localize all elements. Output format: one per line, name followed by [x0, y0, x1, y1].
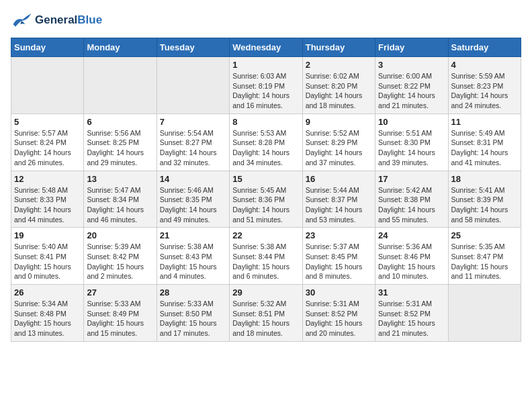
weekday-header-wednesday: Wednesday — [230, 38, 302, 57]
calendar-day-cell: 31Sunrise: 5:31 AM Sunset: 8:52 PM Dayli… — [375, 285, 448, 342]
calendar-day-cell — [448, 285, 521, 342]
day-info: Sunrise: 5:49 AM Sunset: 8:31 PM Dayligh… — [451, 128, 518, 168]
weekday-header-thursday: Thursday — [302, 38, 375, 57]
day-info: Sunrise: 5:37 AM Sunset: 8:45 PM Dayligh… — [306, 242, 372, 281]
day-info: Sunrise: 5:51 AM Sunset: 8:30 PM Dayligh… — [378, 128, 445, 168]
day-number: 29 — [232, 287, 299, 298]
day-info: Sunrise: 5:57 AM Sunset: 8:24 PM Dayligh… — [14, 128, 81, 168]
calendar-day-cell: 22Sunrise: 5:38 AM Sunset: 8:44 PM Dayli… — [230, 228, 302, 285]
day-info: Sunrise: 5:31 AM Sunset: 8:52 PM Dayligh… — [378, 299, 445, 338]
day-info: Sunrise: 5:54 AM Sunset: 8:27 PM Dayligh… — [160, 128, 226, 168]
calendar-day-cell: 1Sunrise: 6:03 AM Sunset: 8:19 PM Daylig… — [230, 57, 302, 114]
day-number: 8 — [232, 117, 299, 127]
day-number: 23 — [306, 230, 372, 240]
day-info: Sunrise: 5:40 AM Sunset: 8:41 PM Dayligh… — [14, 242, 81, 281]
calendar-day-cell: 23Sunrise: 5:37 AM Sunset: 8:45 PM Dayli… — [302, 228, 375, 285]
day-info: Sunrise: 5:38 AM Sunset: 8:43 PM Dayligh… — [160, 242, 226, 281]
day-info: Sunrise: 5:34 AM Sunset: 8:48 PM Dayligh… — [14, 299, 81, 338]
calendar-day-cell: 20Sunrise: 5:39 AM Sunset: 8:42 PM Dayli… — [84, 228, 157, 285]
day-info: Sunrise: 5:45 AM Sunset: 8:36 PM Dayligh… — [232, 185, 299, 225]
day-number: 1 — [232, 60, 299, 70]
calendar-day-cell: 4Sunrise: 5:59 AM Sunset: 8:23 PM Daylig… — [448, 57, 521, 114]
day-info: Sunrise: 5:39 AM Sunset: 8:42 PM Dayligh… — [87, 242, 153, 281]
calendar-day-cell: 30Sunrise: 5:31 AM Sunset: 8:52 PM Dayli… — [302, 285, 375, 342]
calendar-day-cell: 6Sunrise: 5:56 AM Sunset: 8:25 PM Daylig… — [84, 113, 157, 171]
logo-text: GeneralBlue — [35, 13, 102, 27]
calendar-week-row: 12Sunrise: 5:48 AM Sunset: 8:33 PM Dayli… — [11, 171, 521, 228]
day-number: 7 — [160, 117, 226, 127]
day-info: Sunrise: 5:44 AM Sunset: 8:37 PM Dayligh… — [306, 185, 372, 225]
calendar-week-row: 1Sunrise: 6:03 AM Sunset: 8:19 PM Daylig… — [11, 57, 521, 114]
calendar-day-cell: 26Sunrise: 5:34 AM Sunset: 8:48 PM Dayli… — [11, 285, 84, 342]
day-number: 14 — [160, 174, 226, 184]
day-info: Sunrise: 5:36 AM Sunset: 8:46 PM Dayligh… — [378, 242, 445, 281]
day-number: 21 — [160, 230, 226, 240]
weekday-header-friday: Friday — [375, 38, 448, 57]
calendar-day-cell — [11, 57, 84, 114]
day-number: 5 — [14, 117, 81, 127]
calendar-day-cell: 10Sunrise: 5:51 AM Sunset: 8:30 PM Dayli… — [375, 113, 448, 171]
day-number: 25 — [451, 230, 518, 240]
calendar-week-row: 26Sunrise: 5:34 AM Sunset: 8:48 PM Dayli… — [11, 285, 521, 342]
day-info: Sunrise: 6:03 AM Sunset: 8:19 PM Dayligh… — [232, 71, 299, 111]
day-number: 16 — [306, 174, 372, 184]
day-info: Sunrise: 5:41 AM Sunset: 8:39 PM Dayligh… — [451, 185, 518, 225]
calendar-day-cell: 29Sunrise: 5:32 AM Sunset: 8:51 PM Dayli… — [230, 285, 302, 342]
day-number: 26 — [14, 287, 81, 298]
calendar-table: SundayMondayTuesdayWednesdayThursdayFrid… — [11, 38, 521, 342]
calendar-day-cell: 18Sunrise: 5:41 AM Sunset: 8:39 PM Dayli… — [448, 171, 521, 228]
calendar-day-cell: 13Sunrise: 5:47 AM Sunset: 8:34 PM Dayli… — [84, 171, 157, 228]
day-info: Sunrise: 5:38 AM Sunset: 8:44 PM Dayligh… — [232, 242, 299, 281]
calendar-day-cell: 25Sunrise: 5:35 AM Sunset: 8:47 PM Dayli… — [448, 228, 521, 285]
day-number: 15 — [232, 174, 299, 184]
calendar-day-cell: 24Sunrise: 5:36 AM Sunset: 8:46 PM Dayli… — [375, 228, 448, 285]
calendar-day-cell: 3Sunrise: 6:00 AM Sunset: 8:22 PM Daylig… — [375, 57, 448, 114]
day-number: 3 — [378, 60, 445, 70]
weekday-header-monday: Monday — [84, 38, 157, 57]
page-header: GeneralBlue — [11, 11, 521, 30]
day-info: Sunrise: 5:33 AM Sunset: 8:49 PM Dayligh… — [87, 299, 153, 338]
day-number: 12 — [14, 174, 81, 184]
calendar-day-cell: 17Sunrise: 5:42 AM Sunset: 8:38 PM Dayli… — [375, 171, 448, 228]
day-number: 27 — [87, 287, 153, 298]
calendar-day-cell — [84, 57, 157, 114]
calendar-day-cell: 8Sunrise: 5:53 AM Sunset: 8:28 PM Daylig… — [230, 113, 302, 171]
day-number: 24 — [378, 230, 445, 240]
calendar-day-cell: 11Sunrise: 5:49 AM Sunset: 8:31 PM Dayli… — [448, 113, 521, 171]
day-info: Sunrise: 5:46 AM Sunset: 8:35 PM Dayligh… — [160, 185, 226, 225]
calendar-week-row: 19Sunrise: 5:40 AM Sunset: 8:41 PM Dayli… — [11, 228, 521, 285]
day-number: 20 — [87, 230, 153, 240]
calendar-day-cell: 27Sunrise: 5:33 AM Sunset: 8:49 PM Dayli… — [84, 285, 157, 342]
weekday-header-row: SundayMondayTuesdayWednesdayThursdayFrid… — [11, 38, 521, 57]
calendar-day-cell: 2Sunrise: 6:02 AM Sunset: 8:20 PM Daylig… — [302, 57, 375, 114]
calendar-day-cell: 12Sunrise: 5:48 AM Sunset: 8:33 PM Dayli… — [11, 171, 84, 228]
day-number: 17 — [378, 174, 445, 184]
calendar-day-cell: 7Sunrise: 5:54 AM Sunset: 8:27 PM Daylig… — [157, 113, 229, 171]
day-info: Sunrise: 5:42 AM Sunset: 8:38 PM Dayligh… — [378, 185, 445, 225]
day-info: Sunrise: 5:56 AM Sunset: 8:25 PM Dayligh… — [87, 128, 153, 168]
calendar-day-cell: 15Sunrise: 5:45 AM Sunset: 8:36 PM Dayli… — [230, 171, 302, 228]
calendar-day-cell: 21Sunrise: 5:38 AM Sunset: 8:43 PM Dayli… — [157, 228, 229, 285]
weekday-header-saturday: Saturday — [448, 38, 521, 57]
weekday-header-tuesday: Tuesday — [157, 38, 229, 57]
day-info: Sunrise: 5:33 AM Sunset: 8:50 PM Dayligh… — [160, 299, 226, 338]
calendar-week-row: 5Sunrise: 5:57 AM Sunset: 8:24 PM Daylig… — [11, 113, 521, 171]
logo: GeneralBlue — [11, 11, 102, 30]
day-number: 31 — [378, 287, 445, 298]
day-info: Sunrise: 6:02 AM Sunset: 8:20 PM Dayligh… — [306, 71, 372, 111]
day-info: Sunrise: 5:47 AM Sunset: 8:34 PM Dayligh… — [87, 185, 153, 225]
calendar-day-cell — [157, 57, 229, 114]
day-number: 30 — [306, 287, 372, 298]
day-info: Sunrise: 5:59 AM Sunset: 8:23 PM Dayligh… — [451, 71, 518, 111]
day-number: 10 — [378, 117, 445, 127]
calendar-day-cell: 19Sunrise: 5:40 AM Sunset: 8:41 PM Dayli… — [11, 228, 84, 285]
day-number: 19 — [14, 230, 81, 240]
day-number: 28 — [160, 287, 226, 298]
calendar-day-cell: 28Sunrise: 5:33 AM Sunset: 8:50 PM Dayli… — [157, 285, 229, 342]
day-number: 18 — [451, 174, 518, 184]
day-number: 4 — [451, 60, 518, 70]
calendar-day-cell: 9Sunrise: 5:52 AM Sunset: 8:29 PM Daylig… — [302, 113, 375, 171]
calendar-day-cell: 14Sunrise: 5:46 AM Sunset: 8:35 PM Dayli… — [157, 171, 229, 228]
day-info: Sunrise: 6:00 AM Sunset: 8:22 PM Dayligh… — [378, 71, 445, 111]
day-number: 22 — [232, 230, 299, 240]
